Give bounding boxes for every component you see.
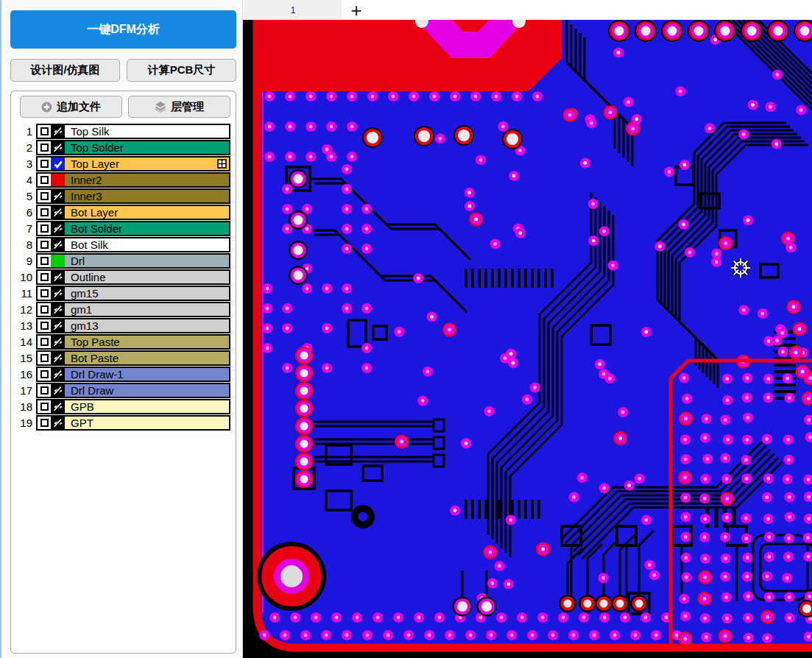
- eye-off-icon: [53, 143, 63, 153]
- layer-label-cell[interactable]: gm15: [65, 287, 229, 300]
- layer-checkbox[interactable]: [38, 238, 51, 251]
- layer-name: Outline: [71, 271, 106, 283]
- layer-label-cell[interactable]: Outline: [65, 271, 229, 283]
- layer-label-cell[interactable]: Top Paste: [65, 336, 229, 348]
- layer-visibility-cell[interactable]: [51, 255, 65, 267]
- layer-checkbox[interactable]: [38, 287, 51, 300]
- layer-checkbox[interactable]: [38, 303, 51, 316]
- eye-off-icon: [53, 321, 63, 331]
- layer-row[interactable]: 6 Bot Layer: [14, 205, 230, 220]
- layer-checkbox[interactable]: [38, 384, 51, 397]
- layer-visibility-cell[interactable]: [51, 141, 65, 154]
- layer-list: 1 Top Silk: [14, 124, 230, 431]
- layer-row[interactable]: 1 Top Silk: [14, 124, 230, 139]
- layer-box: Bot Paste: [36, 350, 230, 366]
- layer-checkbox[interactable]: [38, 141, 51, 154]
- layer-label-cell[interactable]: Drl Draw: [65, 384, 229, 397]
- design-sim-button[interactable]: 设计图/仿真图: [10, 59, 120, 82]
- layer-visibility-cell[interactable]: [51, 222, 65, 235]
- layer-row[interactable]: 8 Bot Silk: [14, 237, 230, 252]
- layer-checkbox[interactable]: [38, 190, 51, 202]
- layer-checkbox[interactable]: [38, 368, 51, 381]
- layer-row[interactable]: 18 GPB: [14, 399, 230, 414]
- add-tab-button[interactable]: +: [342, 0, 371, 20]
- layer-row[interactable]: 3 Top Layer: [14, 156, 230, 171]
- layer-label-cell[interactable]: gm1: [65, 303, 229, 316]
- layer-label-cell[interactable]: gm13: [65, 319, 229, 332]
- layer-visibility-cell[interactable]: [51, 319, 65, 332]
- layer-row[interactable]: 7 Bot Solder: [14, 221, 230, 236]
- layer-visibility-cell[interactable]: [51, 384, 65, 397]
- layer-checkbox[interactable]: [38, 255, 51, 267]
- layer-checkbox[interactable]: [38, 158, 51, 170]
- layer-label-cell[interactable]: Drl Draw-1: [65, 368, 229, 381]
- layer-checkbox[interactable]: [38, 125, 51, 138]
- layer-checkbox[interactable]: [38, 222, 51, 235]
- layer-row[interactable]: 9 Drl: [14, 253, 230, 269]
- layer-visibility-cell[interactable]: [51, 238, 65, 251]
- layer-checkbox[interactable]: [38, 400, 51, 413]
- eye-off-icon: [53, 337, 63, 347]
- layer-checkbox[interactable]: [38, 417, 51, 429]
- eye-off-icon: [53, 402, 63, 412]
- tab-1[interactable]: 1: [244, 0, 342, 20]
- calc-pcb-size-button[interactable]: 计算PCB尺寸: [127, 59, 236, 82]
- layer-label-cell[interactable]: Bot Paste: [65, 352, 229, 364]
- layer-row[interactable]: 2 Top Solder: [14, 140, 230, 155]
- layer-checkbox[interactable]: [38, 206, 51, 219]
- layer-visibility-cell[interactable]: [51, 303, 65, 316]
- layer-visibility-cell[interactable]: [51, 190, 65, 202]
- layer-visibility-cell[interactable]: [51, 158, 65, 170]
- layer-label-cell[interactable]: Bot Layer: [65, 206, 229, 219]
- layer-label-cell[interactable]: Bot Solder: [65, 222, 229, 235]
- layer-visibility-cell[interactable]: [51, 400, 65, 413]
- layer-label-cell[interactable]: GPT: [65, 417, 229, 429]
- layer-checkbox[interactable]: [38, 174, 51, 186]
- layer-checkbox[interactable]: [38, 336, 51, 348]
- layer-row[interactable]: 17 Drl Draw: [14, 383, 230, 398]
- layer-row[interactable]: 5 Inner3: [14, 188, 230, 204]
- layer-visibility-cell[interactable]: [51, 174, 65, 186]
- layer-visibility-cell[interactable]: [51, 352, 65, 364]
- layer-number: 6: [14, 206, 36, 219]
- layer-number: 7: [14, 222, 36, 235]
- layer-name: Inner3: [71, 190, 102, 202]
- layer-visibility-cell[interactable]: [51, 287, 65, 300]
- layer-manage-button[interactable]: 层管理: [128, 96, 230, 118]
- layer-label-cell[interactable]: Top Layer: [65, 158, 229, 170]
- layer-visibility-cell[interactable]: [51, 125, 65, 138]
- pcb-viewport: [243, 20, 812, 658]
- layer-visibility-cell[interactable]: [51, 271, 65, 283]
- append-file-button[interactable]: 追加文件: [20, 96, 122, 118]
- dfm-analyze-button[interactable]: 一键DFM分析: [10, 10, 236, 49]
- layer-label-cell[interactable]: Bot Silk: [65, 238, 229, 251]
- layer-row[interactable]: 11 gm15: [14, 286, 230, 301]
- pcb-canvas[interactable]: [245, 20, 812, 658]
- layer-row[interactable]: 15 Bot Paste: [14, 350, 230, 366]
- layer-checkbox[interactable]: [38, 319, 51, 332]
- layer-row[interactable]: 13 gm13: [14, 318, 230, 333]
- layer-row[interactable]: 10 Outline: [14, 269, 230, 285]
- check-icon: [53, 159, 63, 169]
- layer-label-cell[interactable]: Inner3: [65, 190, 229, 202]
- layer-visibility-cell[interactable]: [51, 417, 65, 429]
- layer-checkbox[interactable]: [38, 352, 51, 364]
- grid-plus-icon[interactable]: [217, 159, 227, 169]
- layer-label-cell[interactable]: Drl: [65, 255, 229, 267]
- layer-label-cell[interactable]: Top Silk: [65, 125, 229, 138]
- layer-label-cell[interactable]: Top Solder: [65, 141, 229, 154]
- layer-label-cell[interactable]: GPB: [65, 400, 229, 413]
- layer-row[interactable]: 4 Inner2: [14, 172, 230, 188]
- layer-row[interactable]: 12 gm1: [14, 302, 230, 317]
- layer-row[interactable]: 14 Top Paste: [14, 334, 230, 350]
- layer-box: GPB: [36, 399, 230, 414]
- layer-number: 5: [14, 190, 36, 202]
- layer-visibility-cell[interactable]: [51, 368, 65, 381]
- layer-checkbox[interactable]: [38, 271, 51, 283]
- layer-label-cell[interactable]: Inner2: [65, 174, 229, 186]
- layer-visibility-cell[interactable]: [51, 336, 65, 348]
- layer-visibility-cell[interactable]: [51, 206, 65, 219]
- layer-box: Drl Draw: [36, 383, 230, 398]
- layer-row[interactable]: 16 Drl Draw-1: [14, 367, 230, 382]
- layer-row[interactable]: 19 GPT: [14, 415, 230, 431]
